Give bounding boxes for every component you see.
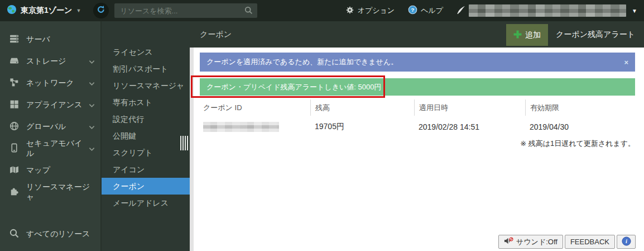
threshold-text: クーポン・プリペイド残高アラートしきい値: 5000円: [206, 82, 381, 92]
search-input[interactable]: [114, 3, 257, 18]
chevron-down-icon: [89, 101, 95, 110]
sidebar-item-label: グローバル: [26, 122, 66, 132]
zone-selector[interactable]: 東京第1ゾーン ▼: [0, 4, 89, 17]
map-icon: [9, 165, 19, 176]
info-icon: i: [622, 236, 631, 248]
scrollbar-track[interactable]: [190, 48, 194, 251]
sidebar-item-appliance[interactable]: アプライアンス: [0, 94, 100, 116]
chevron-down-icon: ▼: [632, 8, 637, 14]
submenu-item-dedicated-host[interactable]: 専有ホスト: [102, 94, 190, 111]
search-icon: [244, 6, 253, 17]
sidebar: サーバ ストレージ: [0, 21, 100, 251]
sidebar-item-global[interactable]: グローバル: [0, 116, 100, 138]
options-label: オプション: [358, 6, 395, 16]
header-actions: 追加 クーポン残高アラート: [506, 21, 644, 48]
column-header-applied-at: 適用日時: [414, 100, 525, 116]
submenu-item-resource-manager[interactable]: リソースマネージャ: [102, 77, 190, 94]
options-button[interactable]: オプション: [341, 6, 400, 16]
storage-icon: [9, 56, 19, 67]
sidebar-item-label: セキュアモバイル: [26, 139, 89, 159]
coupon-id-blurred: [203, 122, 279, 132]
content: クーポン 追加 クーポン残高アラート クーポンを適用済みであるため、新たに追加で…: [190, 21, 644, 251]
sound-button-label: サウンド:Off: [516, 237, 558, 247]
statusbar: サウンド:Off FEEDBACK i: [498, 235, 636, 249]
search-icon: [9, 229, 19, 240]
table-row[interactable]: 19705円 2019/02/28 14:51 2019/04/30: [199, 116, 635, 138]
zone-label: 東京第1ゾーン: [21, 6, 72, 16]
server-icon: [9, 34, 19, 45]
submenu-item-script[interactable]: スクリプト: [102, 144, 190, 161]
globe-zone-icon: [7, 4, 17, 17]
puzzle-icon: [9, 187, 19, 198]
help-button[interactable]: ? ヘルプ: [403, 5, 448, 16]
submenu-item-coupon[interactable]: クーポン: [102, 178, 190, 195]
submenu-item-public-key[interactable]: 公開鍵: [102, 127, 190, 144]
threshold-banner: クーポン・プリペイド残高アラートしきい値: 5000円: [200, 78, 635, 96]
refresh-button[interactable]: [93, 3, 109, 18]
sidebar-item-map[interactable]: マップ: [0, 159, 100, 181]
submenu-item-icon[interactable]: アイコン: [102, 161, 190, 178]
chevron-down-icon: [89, 57, 95, 66]
sidebar-item-all-resources[interactable]: すべてのリソース: [0, 223, 100, 245]
account-name-blurred: [469, 4, 626, 17]
chevron-down-icon: [89, 144, 95, 153]
chevron-down-icon: ▼: [76, 8, 81, 13]
sidebar-item-label: ネットワーク: [26, 78, 74, 88]
muted-speaker-icon: [504, 237, 513, 247]
feedback-button-label: FEEDBACK: [570, 238, 609, 246]
add-button-label: 追加: [525, 30, 541, 40]
svg-text:?: ?: [411, 7, 415, 13]
notice-text: クーポンを適用済みであるため、新たに追加できません。: [206, 57, 398, 67]
expires-cell: 2019/04/30: [525, 122, 635, 131]
chevron-down-icon: [89, 79, 95, 88]
topbar-right: オプション ? ヘルプ ▼: [341, 4, 644, 17]
resource-search: [114, 3, 257, 18]
submenu-item-config-agent[interactable]: 設定代行: [102, 111, 190, 127]
column-header-expires: 有効期限: [525, 100, 635, 116]
column-header-balance: 残高: [310, 100, 414, 116]
submenu-item-license[interactable]: ライセンス: [102, 44, 190, 60]
feedback-button[interactable]: FEEDBACK: [565, 235, 615, 249]
plus-icon: [513, 30, 522, 40]
sidebar-item-label: リソースマネージャ: [26, 182, 95, 202]
topbar: 東京第1ゾーン ▼: [0, 0, 644, 21]
sound-toggle-button[interactable]: サウンド:Off: [498, 235, 563, 249]
page-title: クーポン: [200, 30, 232, 40]
info-button[interactable]: i: [617, 235, 636, 249]
svg-text:i: i: [626, 238, 627, 244]
table-header-row: クーポン ID 残高 適用日時 有効期限: [199, 100, 635, 116]
sidebar-item-label: アプライアンス: [26, 100, 82, 110]
network-icon: [9, 78, 19, 89]
applied-at-cell: 2019/02/28 14:51: [414, 122, 525, 131]
sidebar-item-server[interactable]: サーバ: [0, 29, 100, 50]
coupon-balance-alert-button[interactable]: クーポン残高アラート: [548, 30, 644, 40]
submenu-item-discount-passport[interactable]: 割引パスポート: [102, 60, 190, 77]
account-menu[interactable]: ▼: [452, 4, 637, 17]
notice-banner: クーポンを適用済みであるため、新たに追加できません。 ×: [200, 53, 635, 72]
sidebar-item-label: マップ: [26, 165, 50, 176]
sidebar-item-network[interactable]: ネットワーク: [0, 72, 100, 94]
panel-resize-handle[interactable]: [180, 136, 188, 150]
coupon-id-cell: [199, 122, 310, 132]
sidebar-item-label: ストレージ: [26, 56, 66, 67]
sidebar-item-storage[interactable]: ストレージ: [0, 50, 100, 72]
help-icon: ?: [408, 5, 417, 16]
refresh-icon: [97, 5, 105, 16]
sidebar-item-label: すべてのリソース: [26, 229, 90, 239]
balance-update-note: ※ 残高は1日遅れて更新されます。: [520, 139, 635, 149]
sidebar-item-secure-mobile[interactable]: セキュアモバイル: [0, 138, 100, 159]
gear-icon: [345, 6, 354, 16]
submenu: ライセンス 割引パスポート リソースマネージャ 専有ホスト 設定代行 公開鍵 ス…: [100, 21, 190, 251]
submenu-item-mail-address[interactable]: メールアドレス: [102, 195, 190, 211]
close-icon[interactable]: ×: [624, 58, 628, 67]
balance-cell: 19705円: [310, 122, 414, 132]
mobile-icon: [9, 143, 19, 154]
quill-icon: [456, 6, 465, 16]
sidebar-item-label: サーバ: [26, 35, 50, 45]
sidebar-item-resource-manager[interactable]: リソースマネージャ: [0, 181, 100, 203]
appliance-icon: [9, 100, 19, 111]
chevron-down-icon: [89, 122, 95, 131]
content-header: クーポン 追加 クーポン残高アラート: [190, 21, 644, 48]
add-button[interactable]: 追加: [506, 24, 548, 46]
help-label: ヘルプ: [421, 6, 443, 16]
